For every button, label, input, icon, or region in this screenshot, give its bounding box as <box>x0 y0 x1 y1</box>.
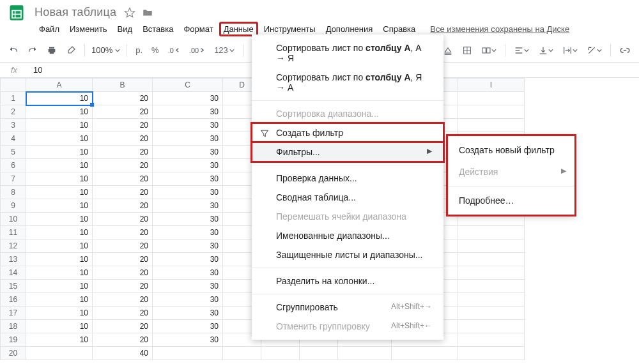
cell[interactable]: 20 <box>93 226 153 239</box>
cell[interactable] <box>300 347 338 360</box>
cell[interactable]: 20 <box>93 280 153 293</box>
menu-create-filter[interactable]: Создать фильтр <box>252 123 443 142</box>
menu-named-ranges[interactable]: Именованные диапазоны... <box>252 226 443 245</box>
row-header[interactable]: 4 <box>1 132 26 146</box>
cell[interactable]: 10 <box>26 119 93 132</box>
cell[interactable] <box>261 347 300 360</box>
cell[interactable]: 10 <box>26 333 93 347</box>
saved-status-link[interactable]: Все изменения сохранены на Диске <box>430 24 569 34</box>
row-header[interactable]: 13 <box>1 253 26 266</box>
currency-button[interactable]: р. <box>132 42 146 59</box>
cell[interactable]: 30 <box>153 132 223 146</box>
cell[interactable]: 10 <box>26 132 93 146</box>
cell[interactable]: 30 <box>153 320 223 333</box>
cell[interactable]: 30 <box>153 159 223 172</box>
cell[interactable]: 20 <box>93 293 153 307</box>
cell[interactable]: 20 <box>93 333 153 347</box>
menu-edit[interactable]: Изменить <box>65 22 112 36</box>
cell[interactable] <box>458 92 525 105</box>
row-header[interactable]: 9 <box>1 199 26 213</box>
cell[interactable]: 20 <box>93 105 153 119</box>
row-header[interactable]: 16 <box>1 293 26 307</box>
row-header[interactable]: 11 <box>1 226 26 239</box>
cell[interactable] <box>458 253 525 266</box>
menu-view[interactable]: Вид <box>113 22 137 36</box>
cell[interactable]: 20 <box>93 119 153 132</box>
cell[interactable]: 30 <box>153 119 223 132</box>
cell[interactable]: 30 <box>153 213 223 226</box>
menu-sort-asc[interactable]: Сортировать лист по столбцу А, А → Я <box>252 38 443 68</box>
cell[interactable]: 20 <box>93 172 153 186</box>
cell[interactable] <box>153 347 223 360</box>
cell[interactable]: 20 <box>93 307 153 320</box>
col-header-a[interactable]: A <box>26 79 93 92</box>
cell[interactable]: 20 <box>93 146 153 159</box>
cell[interactable]: 20 <box>93 132 153 146</box>
cell[interactable] <box>458 347 525 360</box>
percent-button[interactable]: % <box>148 42 163 59</box>
cell[interactable] <box>458 280 525 293</box>
decrease-decimal-button[interactable]: .0 <box>164 42 184 59</box>
cell[interactable]: 10 <box>26 92 93 105</box>
increase-decimal-button[interactable]: .00 <box>185 42 209 59</box>
cell[interactable]: 20 <box>93 199 153 213</box>
cell[interactable]: 30 <box>153 293 223 307</box>
cell[interactable]: 30 <box>153 333 223 347</box>
row-header[interactable]: 14 <box>1 266 26 280</box>
col-header-i[interactable]: I <box>458 79 525 92</box>
cell[interactable]: 10 <box>26 105 93 119</box>
cell[interactable] <box>338 347 392 360</box>
row-header[interactable]: 8 <box>1 186 26 199</box>
submenu-learn-more[interactable]: Подробнее… <box>447 190 575 211</box>
cell[interactable]: 30 <box>153 199 223 213</box>
menu-sort-desc[interactable]: Сортировать лист по столбцу А, Я → А <box>252 68 443 97</box>
row-header[interactable]: 2 <box>1 105 26 119</box>
menu-file[interactable]: Файл <box>35 22 64 36</box>
menu-filters[interactable]: Фильтры...▶ <box>252 142 443 162</box>
cell[interactable]: 10 <box>26 239 93 253</box>
cell[interactable]: 10 <box>26 159 93 172</box>
menu-pivot-table[interactable]: Сводная таблица... <box>252 188 443 207</box>
number-format-button[interactable]: 123 <box>210 42 238 59</box>
row-header[interactable]: 5 <box>1 146 26 159</box>
sheets-logo[interactable] <box>5 1 28 24</box>
zoom-select[interactable]: 100% <box>89 45 123 55</box>
row-header[interactable]: 12 <box>1 239 26 253</box>
menu-protected-sheets[interactable]: Защищенные листы и диапазоны... <box>252 245 443 264</box>
redo-button[interactable] <box>24 42 42 59</box>
cell[interactable]: 10 <box>26 293 93 307</box>
row-header[interactable]: 15 <box>1 280 26 293</box>
select-all-corner[interactable] <box>1 79 26 92</box>
wrap-button[interactable] <box>558 42 581 59</box>
cell[interactable]: 20 <box>93 253 153 266</box>
menu-split-columns[interactable]: Разделить на колонки... <box>252 271 443 291</box>
v-align-button[interactable] <box>534 42 557 59</box>
cell[interactable] <box>458 119 525 132</box>
menu-insert[interactable]: Вставка <box>138 22 178 36</box>
cell[interactable]: 10 <box>26 320 93 333</box>
formula-bar[interactable]: 10 <box>28 65 42 75</box>
cell[interactable]: 30 <box>153 307 223 320</box>
menu-group[interactable]: СгруппироватьAlt+Shift+→ <box>252 298 443 317</box>
link-button[interactable] <box>615 42 635 59</box>
cell[interactable]: 20 <box>93 92 153 105</box>
cell[interactable]: 30 <box>153 172 223 186</box>
row-header[interactable]: 19 <box>1 333 26 347</box>
document-title[interactable]: Новая таблица <box>35 6 116 19</box>
cell[interactable] <box>458 266 525 280</box>
cell[interactable] <box>458 105 525 119</box>
row-header[interactable]: 1 <box>1 92 26 105</box>
cell[interactable]: 20 <box>93 159 153 172</box>
menu-data-validation[interactable]: Проверка данных... <box>252 169 443 188</box>
cell[interactable]: 30 <box>153 146 223 159</box>
cell[interactable] <box>458 333 525 347</box>
h-align-button[interactable] <box>510 42 533 59</box>
print-button[interactable] <box>43 42 61 59</box>
menu-format[interactable]: Формат <box>179 22 217 36</box>
cell[interactable]: 10 <box>26 186 93 199</box>
undo-button[interactable] <box>4 42 22 59</box>
cell[interactable]: 10 <box>26 307 93 320</box>
row-header[interactable]: 20 <box>1 347 26 360</box>
row-header[interactable]: 6 <box>1 159 26 172</box>
cell[interactable] <box>223 347 261 360</box>
